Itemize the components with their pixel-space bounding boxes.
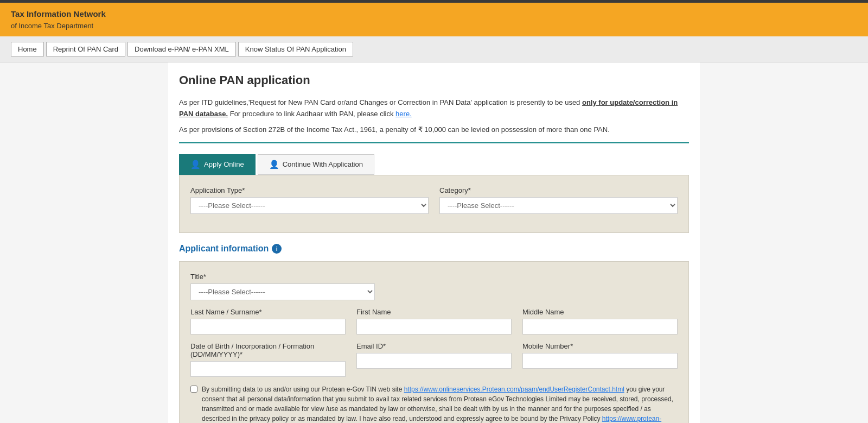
application-type-select[interactable]: ----Please Select------: [190, 197, 429, 214]
middle-name-label: Middle Name: [522, 308, 678, 316]
here-link[interactable]: here.: [395, 110, 412, 118]
category-label: Category*: [439, 186, 678, 194]
mobile-label: Mobile Number*: [522, 342, 678, 350]
title-select[interactable]: ----Please Select------: [190, 283, 375, 300]
main-content: Online PAN application As per ITD guidel…: [168, 62, 700, 423]
name-row: Last Name / Surname* First Name Middle N…: [190, 308, 678, 334]
app-type-row: Application Type* ----Please Select-----…: [190, 186, 678, 214]
first-name-label: First Name: [356, 308, 512, 316]
mobile-group: Mobile Number*: [522, 342, 678, 377]
middle-name-group: Middle Name: [522, 308, 678, 334]
tab-continue-label: Continue With Application: [283, 160, 363, 168]
consent-link1[interactable]: https://www.onlineservices.Protean.com/p…: [404, 386, 624, 393]
last-name-input[interactable]: [190, 319, 346, 334]
applicant-info-heading: Applicant information i: [179, 244, 689, 254]
info-circle-icon: i: [272, 244, 282, 254]
email-group: Email ID*: [356, 342, 512, 377]
mobile-input[interactable]: [522, 353, 678, 369]
application-type-group: Application Type* ----Please Select-----…: [190, 186, 429, 214]
applicant-section: Title* ----Please Select------ Last Name…: [179, 261, 689, 423]
divider: [179, 142, 689, 143]
section-title-text: Applicant information: [179, 244, 269, 254]
first-name-group: First Name: [356, 308, 512, 334]
info-text-part2: For procedure to link Aadhaar with PAN, …: [228, 110, 395, 118]
nav-reprint[interactable]: Reprint Of PAN Card: [46, 42, 125, 56]
continue-icon: 👤: [269, 160, 279, 169]
dob-input[interactable]: [190, 361, 346, 377]
page-title: Online PAN application: [179, 73, 689, 87]
consent-checkbox[interactable]: [190, 386, 197, 393]
title-line2: of Income Tax Department: [11, 22, 93, 30]
email-label: Email ID*: [356, 342, 512, 350]
category-group: Category* ----Please Select------: [439, 186, 678, 214]
penalty-text: As per provisions of Section 272B of the…: [179, 125, 689, 134]
first-name-input[interactable]: [356, 319, 512, 334]
site-title: Tax Information Network of Income Tax De…: [11, 8, 106, 31]
nav-status[interactable]: Know Status Of PAN Application: [238, 42, 353, 56]
application-type-section: Application Type* ----Please Select-----…: [179, 175, 689, 233]
nav-download[interactable]: Download e-PAN/ e-PAN XML: [127, 42, 236, 56]
title-label: Title*: [190, 273, 375, 281]
category-select[interactable]: ----Please Select------: [439, 197, 678, 214]
last-name-label: Last Name / Surname*: [190, 308, 346, 316]
application-type-label: Application Type*: [190, 186, 429, 194]
apply-online-icon: 👤: [190, 160, 201, 169]
tab-group: 👤 Apply Online 👤 Continue With Applicati…: [179, 154, 689, 175]
consent-row: By submitting data to us and/or using ou…: [190, 384, 678, 423]
tab-apply-online[interactable]: 👤 Apply Online: [179, 154, 256, 175]
title-group: Title* ----Please Select------: [190, 273, 375, 300]
dob-group: Date of Birth / Incorporation / Formatio…: [190, 342, 346, 377]
info-text-part1: As per ITD guidelines,'Request for New P…: [179, 98, 582, 106]
consent-text-part1: By submitting data to us and/or using ou…: [202, 386, 404, 393]
nav-home[interactable]: Home: [11, 42, 44, 56]
info-text: As per ITD guidelines,'Request for New P…: [179, 97, 689, 120]
consent-text: By submitting data to us and/or using ou…: [202, 384, 678, 423]
middle-name-input[interactable]: [522, 319, 678, 334]
dob-email-mobile-row: Date of Birth / Incorporation / Formatio…: [190, 342, 678, 377]
navigation: Home Reprint Of PAN Card Download e-PAN/…: [0, 36, 868, 62]
title-line1: Tax Information Network: [11, 9, 106, 18]
dob-label: Date of Birth / Incorporation / Formatio…: [190, 342, 346, 358]
tab-continue[interactable]: 👤 Continue With Application: [258, 154, 374, 175]
site-header: Tax Information Network of Income Tax De…: [0, 3, 868, 36]
title-row: Title* ----Please Select------: [190, 273, 678, 300]
tab-apply-online-label: Apply Online: [204, 160, 244, 168]
last-name-group: Last Name / Surname*: [190, 308, 346, 334]
email-input[interactable]: [356, 353, 512, 369]
